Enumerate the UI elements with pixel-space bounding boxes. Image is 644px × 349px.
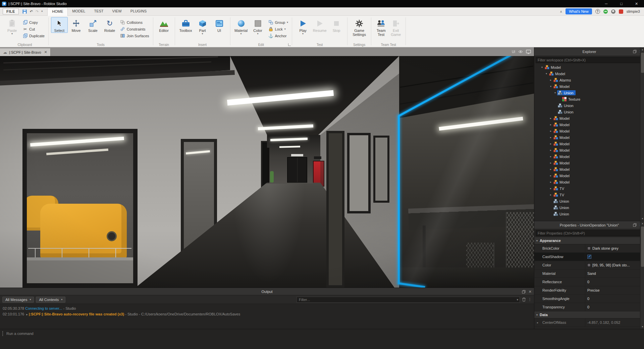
- tree-item-model[interactable]: ▸Model: [534, 179, 640, 185]
- constraints-button[interactable]: Constraints: [119, 26, 151, 32]
- group-button[interactable]: Group ▾: [267, 19, 290, 25]
- chevron-right-icon[interactable]: ▸: [549, 193, 553, 196]
- tree-item-label-group[interactable]: TV: [553, 186, 566, 191]
- eye-icon[interactable]: [518, 50, 523, 53]
- terrain-editor-button[interactable]: Editor: [156, 17, 172, 33]
- properties-scrollbar[interactable]: ▲ ▼: [640, 221, 644, 329]
- team-test-button[interactable]: Team Test: [374, 17, 388, 37]
- property-row-color[interactable]: Color[99, 95, 98] (Dark sto...: [534, 261, 640, 269]
- chevron-right-icon[interactable]: ▸: [549, 136, 553, 139]
- toolbox-button[interactable]: Toolbox: [177, 17, 194, 33]
- document-tab-close-icon[interactable]: ✕: [44, 50, 47, 54]
- scrollbar-thumb[interactable]: [641, 53, 644, 73]
- qat-dropdown-icon[interactable]: ▾: [41, 10, 43, 13]
- screen-icon[interactable]: [526, 50, 531, 54]
- property-value[interactable]: [585, 253, 640, 261]
- chevron-down-icon[interactable]: ▾: [553, 91, 557, 94]
- scroll-up-icon[interactable]: ▲: [640, 47, 644, 52]
- tree-item-label-group[interactable]: Model: [553, 129, 572, 134]
- tab-view[interactable]: VIEW: [108, 7, 126, 16]
- chevron-right-icon[interactable]: ▸: [549, 155, 553, 158]
- chevron-down-icon[interactable]: ▾: [549, 85, 553, 88]
- chevron-right-icon[interactable]: ▸: [549, 168, 553, 171]
- chevron-down-icon[interactable]: ▾: [544, 72, 548, 75]
- tree-item-label-group[interactable]: Alarms: [553, 78, 573, 83]
- kebab-menu-icon[interactable]: ⋮: [528, 297, 532, 302]
- collapse-ribbon-icon[interactable]: ∧: [560, 10, 562, 13]
- chevron-right-icon[interactable]: ▸: [549, 181, 553, 184]
- tree-item-model[interactable]: ▸Model: [534, 147, 640, 153]
- resume-button[interactable]: Resume: [311, 17, 328, 33]
- close-panel-icon[interactable]: ✕: [529, 290, 532, 294]
- tree-item-model[interactable]: ▸Model: [534, 153, 640, 160]
- tree-item-label-group[interactable]: Model: [553, 180, 572, 185]
- chevron-down-icon[interactable]: ▾: [536, 313, 538, 316]
- paste-button[interactable]: Paste ▾: [4, 17, 20, 36]
- section-header-appearance[interactable]: ▾Appearance: [534, 237, 640, 244]
- tree-item-model[interactable]: ▸Model: [534, 128, 640, 134]
- tree-item-label-group[interactable]: Union: [553, 199, 571, 204]
- property-row-castshadow[interactable]: CastShadow: [534, 253, 640, 261]
- tree-item-label-group[interactable]: Model: [553, 141, 572, 146]
- tree-item-label-group[interactable]: Model: [553, 84, 572, 89]
- tree-item-alarms[interactable]: ▸Alarms: [534, 77, 640, 83]
- tree-item-model[interactable]: ▸Model: [534, 134, 640, 141]
- help-icon[interactable]: ?: [595, 9, 600, 14]
- tree-item-union[interactable]: ▾Union: [534, 90, 640, 96]
- viewport-3d[interactable]: [0, 56, 534, 288]
- move-tool-button[interactable]: Move: [68, 17, 85, 33]
- share-icon[interactable]: [611, 9, 615, 14]
- tree-item-label-group[interactable]: Union: [557, 109, 576, 114]
- tree-item-label-group[interactable]: Union: [557, 90, 576, 95]
- chevron-right-icon[interactable]: ▸: [549, 161, 553, 164]
- edit-dialog-launcher-icon[interactable]: [288, 43, 291, 46]
- command-input[interactable]: Run a command: [6, 332, 34, 336]
- color-swatch[interactable]: [587, 263, 591, 267]
- chevron-right-icon[interactable]: ▸: [549, 130, 553, 133]
- clear-output-icon[interactable]: [522, 297, 526, 302]
- tree-item-label-group[interactable]: Texture: [561, 97, 582, 102]
- close-button[interactable]: ✕: [629, 0, 644, 7]
- tree-item-model[interactable]: ▸Model: [534, 115, 640, 121]
- whats-new-button[interactable]: What's New: [566, 8, 592, 14]
- tree-item-label-group[interactable]: Union: [557, 103, 576, 108]
- property-row-material[interactable]: MaterialSand: [534, 269, 640, 278]
- select-tool-button[interactable]: Select: [51, 17, 68, 33]
- tree-item-label-group[interactable]: Model: [553, 154, 572, 159]
- play-button[interactable]: Play ▾: [294, 17, 311, 36]
- tree-item-label-group[interactable]: Model: [553, 135, 572, 140]
- property-value[interactable]: -4.857, 0.182, 0.052: [585, 318, 640, 327]
- tree-item-union[interactable]: Union: [534, 198, 640, 204]
- tree-item-model[interactable]: ▸Model: [534, 172, 640, 179]
- tree-item-label-group[interactable]: Model: [553, 167, 572, 172]
- tree-item-label-group[interactable]: TV: [553, 192, 566, 197]
- property-value[interactable]: [99, 95, 98] (Dark sto...: [585, 261, 640, 269]
- ui-button[interactable]: UI: [211, 17, 228, 33]
- section-header-data[interactable]: ▾Data: [534, 311, 640, 318]
- property-value[interactable]: Precise: [585, 286, 640, 294]
- tree-item-label-group[interactable]: Union: [553, 205, 571, 210]
- tab-home[interactable]: HOME: [47, 7, 68, 16]
- log-expand-icon[interactable]: ▸: [26, 313, 28, 316]
- tree-item-tv[interactable]: ▸TV: [534, 185, 640, 192]
- chevron-right-icon[interactable]: ▸: [549, 117, 553, 120]
- tree-item-model[interactable]: ▸Model: [534, 141, 640, 147]
- properties-filter-input[interactable]: [536, 230, 643, 236]
- tree-item-model[interactable]: ▸Model: [534, 166, 640, 172]
- property-row-reflectance[interactable]: Reflectance0: [534, 278, 640, 286]
- chevron-right-icon[interactable]: ▸: [549, 149, 553, 152]
- document-tab[interactable]: ☁ |:SCPF:| Site-Bravo ✕: [0, 48, 51, 56]
- float-panel-icon[interactable]: [633, 223, 637, 227]
- tree-item-texture[interactable]: Texture: [534, 96, 640, 102]
- chevron-right-icon[interactable]: ▸: [549, 142, 553, 145]
- maximize-button[interactable]: □: [614, 0, 629, 7]
- command-bar-row[interactable]: Run a command: [0, 329, 644, 338]
- redo-icon[interactable]: ↷: [36, 9, 39, 14]
- chevron-right-icon[interactable]: ▸: [537, 321, 538, 324]
- copy-button[interactable]: Copy: [21, 19, 46, 25]
- tree-item-union[interactable]: Union: [534, 109, 640, 115]
- property-value[interactable]: 0: [585, 303, 640, 311]
- tree-item-label-group[interactable]: Model: [553, 148, 572, 153]
- avatar[interactable]: [619, 9, 623, 14]
- chevron-right-icon[interactable]: ▸: [549, 123, 553, 126]
